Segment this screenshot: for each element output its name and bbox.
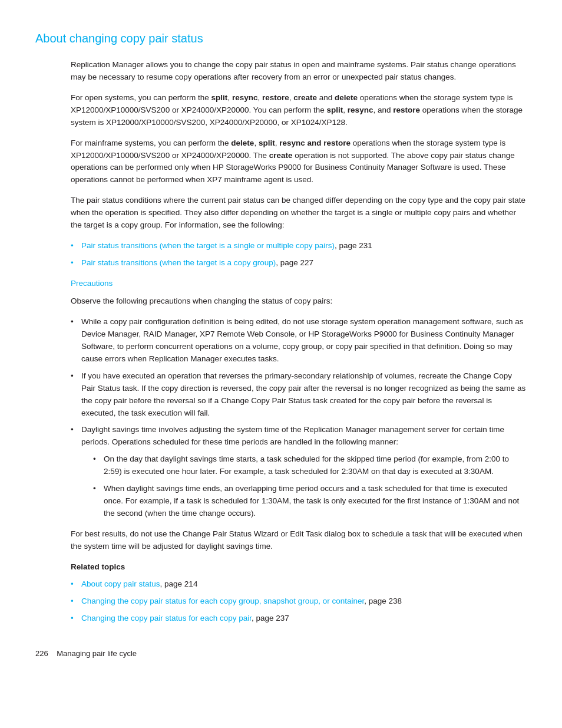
footer: 226 Managing pair life cycle	[35, 648, 527, 660]
bold-delete-1: delete	[335, 93, 358, 102]
precaution-item-2: If you have executed an operation that r…	[71, 370, 527, 420]
nested-item-1: On the day that daylight savings time st…	[93, 453, 527, 478]
precautions-heading: Precautions	[71, 278, 527, 289]
link-suffix-2: , page 227	[276, 258, 313, 267]
related-suffix-2: , page 238	[364, 597, 402, 605]
see-following-list: Pair status transitions (when the target…	[71, 240, 527, 269]
paragraph-1-text: Replication Manager allows you to change…	[71, 60, 516, 81]
related-topic-2: Changing the copy pair status for each c…	[71, 595, 527, 608]
paragraph-2: For open systems, you can perform the sp…	[71, 92, 527, 129]
bold-restore-1: restore	[262, 93, 289, 102]
paragraph-1: Replication Manager allows you to change…	[71, 59, 527, 84]
precautions-intro: Observe the following precautions when c…	[71, 295, 527, 308]
link-about-copy-pair-status[interactable]: About copy pair status	[81, 579, 160, 588]
precaution-item-3: Daylight savings time involves adjusting…	[71, 424, 527, 519]
paragraph-3: For mainframe systems, you can perform t…	[71, 137, 527, 187]
page-title: About changing copy pair status	[35, 29, 527, 47]
bold-split-1: split	[211, 93, 228, 102]
bold-resync-1: resync	[232, 93, 258, 102]
related-topics-heading: Related topics	[71, 561, 527, 574]
precautions-closing: For best results, do not use the Change …	[71, 528, 527, 553]
precautions-list: While a copy pair configuration definiti…	[71, 316, 527, 520]
bold-create-1: create	[293, 93, 317, 102]
bold-create-2: create	[269, 151, 293, 160]
nested-text-1: On the day that daylight savings time st…	[104, 454, 509, 476]
related-suffix-1: , page 214	[160, 579, 198, 588]
paragraph-4: The pair status conditions where the cur…	[71, 195, 527, 232]
footer-section: Managing pair life cycle	[57, 649, 137, 658]
link-changing-copy-pair-group[interactable]: Changing the copy pair status for each c…	[81, 597, 364, 605]
nested-item-2: When daylight savings time ends, an over…	[93, 483, 527, 520]
bold-delete-2: delete	[231, 139, 254, 147]
nested-precautions-list: On the day that daylight savings time st…	[93, 453, 527, 520]
nested-text-2: When daylight savings time ends, an over…	[104, 484, 519, 518]
bold-resync-restore: resync and restore	[279, 139, 351, 147]
content-area: Replication Manager allows you to change…	[35, 59, 527, 624]
related-suffix-3: , page 237	[252, 614, 289, 622]
bold-restore-2: restore	[393, 106, 420, 114]
list-item-single-multiple: Pair status transitions (when the target…	[71, 240, 527, 252]
related-topic-1: About copy pair status, page 214	[71, 578, 527, 591]
bold-split-3: split	[259, 139, 275, 147]
related-topics-list: About copy pair status, page 214 Changin…	[71, 578, 527, 625]
related-topic-3: Changing the copy pair status for each c…	[71, 612, 527, 625]
link-copy-group[interactable]: Pair status transitions (when the target…	[81, 258, 276, 267]
list-item-copy-group: Pair status transitions (when the target…	[71, 257, 527, 269]
precaution-item-1: While a copy pair configuration definiti…	[71, 316, 527, 365]
footer-text: 226 Managing pair life cycle	[35, 649, 137, 658]
precaution-text-3: Daylight savings time involves adjusting…	[81, 425, 504, 446]
link-single-multiple[interactable]: Pair status transitions (when the target…	[81, 241, 335, 250]
bold-split-2: split	[327, 106, 343, 114]
link-changing-copy-pair-each[interactable]: Changing the copy pair status for each c…	[81, 614, 252, 622]
precaution-text-1: While a copy pair configuration definiti…	[81, 317, 523, 363]
page: About changing copy pair status Replicat…	[0, 0, 562, 728]
footer-page-number: 226	[35, 649, 48, 658]
bold-resync-2: resync	[348, 106, 373, 114]
link-suffix-1: , page 231	[335, 241, 372, 250]
precaution-text-2: If you have executed an operation that r…	[81, 371, 525, 417]
